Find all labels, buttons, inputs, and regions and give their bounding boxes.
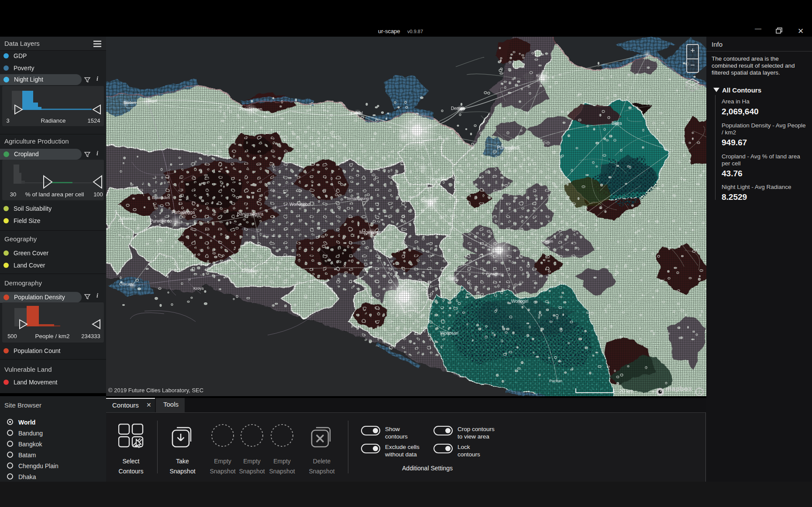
svg-text:Pacitan: Pacitan bbox=[549, 379, 562, 383]
svg-text:Blora: Blora bbox=[612, 121, 622, 126]
svg-text:Brebes: Brebes bbox=[124, 100, 136, 105]
svg-text:1524: 1524 bbox=[88, 117, 100, 124]
svg-text:Magelang: Magelang bbox=[359, 230, 378, 235]
svg-text:Purbalingga: Purbalingga bbox=[172, 210, 195, 215]
svg-text:Klaten: Klaten bbox=[446, 276, 457, 281]
svg-text:Wonosobo: Wonosobo bbox=[289, 202, 310, 207]
svg-text:Kebumen: Kebumen bbox=[241, 269, 258, 273]
svg-text:3: 3 bbox=[6, 117, 9, 124]
svg-text:Kendal: Kendal bbox=[351, 111, 363, 115]
svg-text:Kroya: Kroya bbox=[193, 286, 204, 291]
svg-text:500: 500 bbox=[7, 333, 17, 339]
svg-text:Banjarnegara: Banjarnegara bbox=[237, 212, 263, 216]
svg-text:Wonosari: Wonosari bbox=[440, 331, 458, 336]
svg-text:Wonogiri: Wonogiri bbox=[511, 299, 528, 304]
svg-text:Ungaran: Ungaran bbox=[430, 177, 445, 182]
svg-text:i: i bbox=[698, 389, 700, 395]
svg-text:234333: 234333 bbox=[81, 333, 100, 339]
svg-text:% of land area per cell: % of land area per cell bbox=[25, 191, 84, 198]
svg-text:Temanggung: Temanggung bbox=[346, 196, 369, 201]
svg-text:Purworejo: Purworejo bbox=[486, 272, 504, 276]
svg-text:Cilacap: Cilacap bbox=[119, 282, 132, 286]
svg-text:Sragen: Sragen bbox=[540, 239, 553, 243]
svg-text:Radiance: Radiance bbox=[41, 117, 65, 124]
svg-text:Purwodadi: Purwodadi bbox=[497, 145, 520, 150]
svg-text:Kudus: Kudus bbox=[536, 73, 547, 78]
svg-text:Baturaden: Baturaden bbox=[152, 195, 170, 200]
svg-text:Salatiga: Salatiga bbox=[420, 199, 437, 203]
svg-text:30: 30 bbox=[10, 191, 16, 198]
svg-text:Tegal: Tegal bbox=[148, 99, 157, 103]
svg-text:100: 100 bbox=[93, 191, 103, 198]
svg-text:Pekalongan: Pekalongan bbox=[239, 107, 262, 112]
svg-text:Purwokerto: Purwokerto bbox=[150, 219, 172, 223]
svg-text:Ajibarang: Ajibarang bbox=[119, 216, 136, 221]
svg-text:People / km2: People / km2 bbox=[35, 333, 70, 339]
svg-text:Demak: Demak bbox=[451, 106, 465, 111]
